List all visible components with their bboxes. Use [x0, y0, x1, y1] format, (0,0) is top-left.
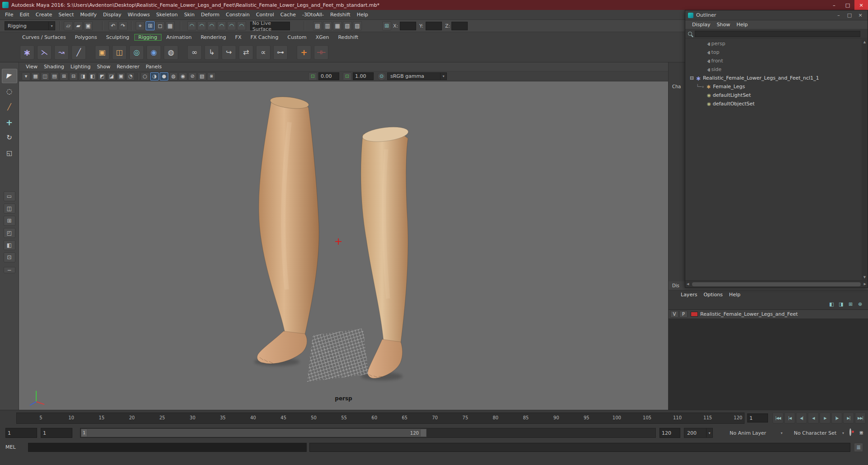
- ik-spline-icon[interactable]: ↝: [54, 45, 69, 60]
- outliner-item[interactable]: ◂▮ side: [685, 65, 862, 74]
- layer-menu-item[interactable]: Options: [700, 290, 726, 299]
- menu-item[interactable]: Redshift: [327, 10, 354, 20]
- safe-title-icon[interactable]: ◧: [88, 72, 97, 81]
- layout-persp-graph-button[interactable]: ◧: [4, 240, 15, 250]
- menu-item[interactable]: Edit: [16, 10, 32, 20]
- camera-select-icon[interactable]: ▾: [22, 72, 30, 81]
- outliner-menu-item[interactable]: Display: [689, 20, 714, 29]
- maximize-button[interactable]: □: [841, 0, 854, 10]
- outliner-item[interactable]: └─∘ ∗ Female_Legs: [685, 82, 862, 91]
- construction-history-icon[interactable]: ▦: [333, 21, 342, 30]
- script-editor-icon[interactable]: ≣: [854, 443, 863, 452]
- select-tool[interactable]: ◤: [2, 69, 17, 83]
- fill-mode-icon[interactable]: ◩: [98, 72, 106, 81]
- outliner-item[interactable]: ⊟ ∗ Realistic_Female_Lower_Legs_and_Feet…: [685, 74, 862, 82]
- layer-visibility-toggle[interactable]: V: [670, 311, 678, 318]
- empty-layer-icon[interactable]: ⊞: [847, 300, 854, 308]
- layer-color-swatch[interactable]: [691, 312, 698, 317]
- shelf-tab[interactable]: FX: [231, 34, 246, 41]
- gamma-field[interactable]: [353, 72, 374, 80]
- scale-tool[interactable]: ◱: [2, 146, 17, 160]
- select-mode-component-icon[interactable]: ◻: [156, 21, 165, 30]
- shelf-tab[interactable]: FX Caching: [247, 34, 283, 41]
- range-slider[interactable]: 1 120: [80, 428, 656, 438]
- output-connections-icon[interactable]: ▥: [323, 21, 332, 30]
- shelf-tab[interactable]: Rendering: [197, 34, 230, 41]
- go-to-end-button[interactable]: ▶▶|: [855, 413, 866, 423]
- humanik-character-icon[interactable]: ▣: [95, 45, 109, 60]
- layout-single-pane-button[interactable]: ▭: [4, 191, 15, 201]
- camera-attributes-icon[interactable]: ◪: [107, 72, 116, 81]
- viewport-canvas[interactable]: persp: [19, 81, 668, 410]
- range-end-handle[interactable]: [420, 429, 427, 437]
- command-output-field[interactable]: [309, 443, 850, 452]
- smooth-shade-icon[interactable]: ◑: [150, 72, 159, 81]
- shelf-tab[interactable]: Rigging: [134, 34, 161, 41]
- motion-blur-icon[interactable]: ▧: [198, 72, 206, 81]
- colorspace-dropdown[interactable]: sRGB gamma ▾: [387, 72, 447, 80]
- step-back-key-button[interactable]: ◀|: [796, 413, 807, 423]
- safe-action-icon[interactable]: ◨: [79, 72, 87, 81]
- multisampling-icon[interactable]: ⋇: [207, 72, 216, 81]
- playback-end-field[interactable]: [659, 428, 680, 438]
- outliner-menu-item[interactable]: Help: [733, 20, 751, 29]
- channel-box-tab[interactable]: Cha: [672, 84, 681, 89]
- menu-item[interactable]: Control: [253, 10, 277, 20]
- field-chart-icon[interactable]: ⊟: [69, 72, 78, 81]
- use-lights-icon[interactable]: ◍: [169, 72, 178, 81]
- step-back-frame-button[interactable]: |◀: [784, 413, 795, 423]
- highlight-selection-icon[interactable]: ▦: [166, 21, 175, 30]
- play-forwards-button[interactable]: ▶: [820, 413, 830, 423]
- add-attribute-icon[interactable]: +: [297, 45, 311, 60]
- panel-menu-item[interactable]: Renderer: [114, 62, 142, 71]
- rotate-tool[interactable]: ↻: [2, 130, 17, 145]
- bookmarks-icon[interactable]: ▣: [117, 72, 125, 81]
- scrollbar-thumb[interactable]: [692, 282, 860, 286]
- input-connections-icon[interactable]: ▤: [313, 21, 322, 30]
- layer-menu-item[interactable]: Layers: [678, 290, 700, 299]
- outliner-item[interactable]: ◂▮ persp: [685, 39, 862, 48]
- layer-menu-item[interactable]: Help: [726, 290, 744, 299]
- paint-select-tool[interactable]: ╱: [2, 100, 17, 114]
- ik-handle-icon[interactable]: ⋋: [37, 45, 52, 60]
- snap-view-plane-icon[interactable]: ◠: [227, 21, 236, 30]
- edit-attribute-icon[interactable]: ⊣⊢: [314, 45, 328, 60]
- outliner-item[interactable]: ◂▮ front: [685, 57, 862, 65]
- snap-projected-center-icon[interactable]: ◠: [217, 21, 226, 30]
- layout-two-pane-button[interactable]: ◫: [4, 204, 15, 214]
- parent-constraint-icon[interactable]: ↳: [204, 45, 219, 60]
- menu-item[interactable]: Skeleton: [153, 10, 181, 20]
- outliner-item[interactable]: ◂▮ top: [685, 48, 862, 57]
- anim-layer-dropdown[interactable]: No Anim Layer ▾: [726, 428, 785, 438]
- render-ipr-icon[interactable]: ▨: [353, 21, 362, 30]
- node-editor-icon[interactable]: ⊶: [273, 45, 288, 60]
- animation-end-dropdown[interactable]: 200 ▾: [684, 428, 713, 438]
- connection-editor-icon[interactable]: ∝: [256, 45, 270, 60]
- resolution-gate-icon[interactable]: ▤: [50, 72, 59, 81]
- menu-item[interactable]: Skin: [181, 10, 198, 20]
- snap-grid-icon[interactable]: ◠: [187, 21, 196, 30]
- outliner-item[interactable]: ◉ defaultLightSet: [685, 91, 862, 100]
- auto-keyframe-toggle[interactable]: [849, 428, 851, 436]
- menu-item[interactable]: Windows: [124, 10, 153, 20]
- exposure-icon[interactable]: ⊡: [308, 72, 317, 81]
- menu-item[interactable]: Create: [33, 10, 56, 20]
- menu-item[interactable]: Cache: [277, 10, 299, 20]
- layout-hypershade-button[interactable]: ⊡: [4, 252, 15, 262]
- textured-icon[interactable]: ●: [160, 72, 168, 81]
- menu-item[interactable]: File: [2, 10, 16, 20]
- image-plane-icon[interactable]: ◔: [126, 72, 135, 81]
- outliner-menu-item[interactable]: Show: [714, 20, 734, 29]
- outliner-item[interactable]: ◉ defaultObjectSet: [685, 100, 862, 108]
- film-gate-icon[interactable]: ◫: [41, 72, 49, 81]
- shelf-tab[interactable]: Redshift: [334, 34, 362, 41]
- outliner-maximize-button[interactable]: □: [844, 10, 855, 20]
- insert-joint-icon[interactable]: ╱: [71, 45, 86, 60]
- open-scene-icon[interactable]: ▰: [74, 21, 83, 30]
- menu-item[interactable]: Help: [354, 10, 371, 20]
- move-layer-up-icon[interactable]: ◧: [828, 300, 835, 308]
- move-tool[interactable]: +: [2, 115, 17, 129]
- control-circle-icon[interactable]: ◎: [129, 45, 144, 60]
- menu-item[interactable]: Display: [100, 10, 125, 20]
- shelf-tab[interactable]: Curves / Surfaces: [18, 34, 70, 41]
